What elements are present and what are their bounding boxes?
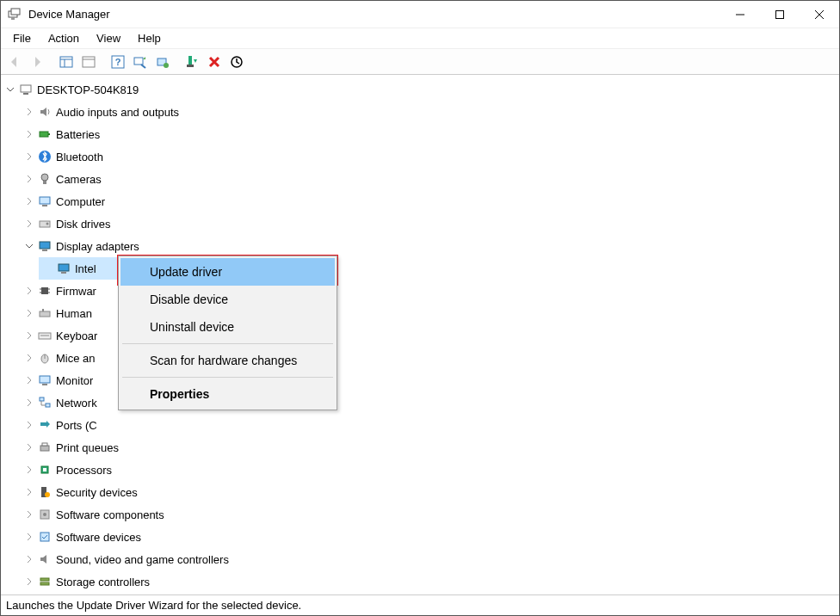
chevron-down-icon[interactable]	[4, 85, 16, 94]
chevron-right-icon[interactable]	[23, 130, 35, 139]
tree-item-security[interactable]: Security devices	[20, 481, 839, 503]
tree-item-cameras[interactable]: Cameras	[20, 168, 839, 190]
show-hide-console-tree-button[interactable]	[56, 52, 77, 72]
tree-label: Monitor	[56, 374, 93, 387]
svg-rect-21	[23, 93, 28, 95]
svg-rect-47	[42, 384, 47, 385]
chevron-right-icon[interactable]	[23, 331, 35, 340]
svg-rect-59	[40, 578, 49, 581]
chevron-right-icon[interactable]	[23, 197, 35, 206]
ctx-label: Update driver	[150, 265, 222, 279]
svg-rect-10	[83, 57, 95, 67]
svg-rect-35	[41, 287, 48, 294]
chevron-right-icon[interactable]	[23, 533, 35, 541]
ctx-update-driver[interactable]: Update driver	[120, 258, 335, 286]
tree-label: Security devices	[56, 486, 138, 499]
display-adapter-icon	[37, 238, 52, 254]
chevron-right-icon[interactable]	[23, 398, 35, 407]
tree-item-bluetooth[interactable]: Bluetooth	[20, 145, 839, 168]
uninstall-device-button[interactable]	[204, 52, 225, 72]
chevron-right-icon[interactable]	[23, 354, 35, 362]
tree-item-sound[interactable]: Sound, video and game controllers	[20, 548, 839, 570]
svg-rect-40	[40, 311, 50, 317]
hid-icon	[37, 305, 52, 321]
ctx-properties[interactable]: Properties	[120, 380, 335, 408]
chevron-right-icon[interactable]	[23, 421, 35, 429]
ctx-label: Disable device	[150, 293, 228, 306]
ctx-uninstall-device[interactable]: Uninstall device	[120, 313, 335, 341]
tree-item-display[interactable]: Display adapters	[20, 235, 839, 257]
tree-label: Keyboar	[56, 330, 97, 342]
svg-point-25	[41, 174, 48, 181]
ctx-label: Scan for hardware changes	[150, 354, 297, 367]
tree-item-disk[interactable]: Disk drives	[20, 213, 839, 235]
tree-label: Display adapters	[56, 240, 139, 253]
chevron-right-icon[interactable]	[23, 152, 35, 161]
chevron-right-icon[interactable]	[23, 309, 35, 317]
tree-item-print[interactable]: Print queues	[20, 436, 839, 459]
speaker-icon	[37, 104, 52, 120]
chevron-right-icon[interactable]	[23, 443, 35, 452]
forward-button[interactable]	[27, 52, 47, 72]
tree-item-system[interactable]: System devices	[20, 593, 839, 594]
close-button[interactable]	[800, 1, 839, 28]
disable-device-button[interactable]	[226, 52, 247, 72]
update-driver-button[interactable]	[152, 52, 173, 72]
svg-rect-41	[42, 309, 44, 311]
enable-device-button[interactable]	[182, 52, 202, 72]
menu-file[interactable]: File	[4, 30, 40, 46]
battery-icon	[37, 126, 52, 142]
chevron-right-icon[interactable]	[23, 108, 35, 116]
tree-label: Audio inputs and outputs	[56, 106, 179, 119]
chevron-right-icon[interactable]	[23, 488, 35, 496]
chevron-right-icon[interactable]	[23, 175, 35, 183]
svg-rect-18	[187, 65, 194, 67]
maximize-button[interactable]	[760, 1, 800, 28]
tree-root[interactable]: DESKTOP-504K819	[1, 78, 839, 101]
menu-help[interactable]: Help	[129, 30, 170, 46]
chevron-right-icon[interactable]	[23, 465, 35, 474]
chevron-right-icon[interactable]	[23, 286, 35, 295]
ctx-scan-hardware[interactable]: Scan for hardware changes	[120, 347, 335, 374]
tree-item-audio[interactable]: Audio inputs and outputs	[20, 101, 839, 123]
svg-rect-23	[48, 133, 50, 135]
ctx-separator	[122, 377, 333, 378]
window-title: Device Manager	[28, 8, 110, 21]
tree-item-computer[interactable]: Computer	[20, 190, 839, 213]
scan-hardware-button[interactable]	[130, 52, 151, 72]
svg-rect-53	[43, 468, 46, 471]
status-text: Launches the Update Driver Wizard for th…	[6, 599, 301, 612]
menubar: File Action View Help	[1, 28, 839, 49]
tree-item-swdev[interactable]: Software devices	[20, 526, 839, 548]
svg-rect-1	[11, 9, 20, 15]
action-pane-button[interactable]	[78, 52, 99, 72]
tree-item-storage[interactable]: Storage controllers	[20, 570, 839, 593]
help-button[interactable]: ?	[108, 52, 128, 72]
ctx-disable-device[interactable]: Disable device	[120, 286, 335, 313]
chevron-down-icon[interactable]	[23, 242, 35, 250]
tree-label: Storage controllers	[56, 576, 150, 588]
context-menu: Update driver Disable device Uninstall d…	[118, 256, 337, 410]
tree-item-ports[interactable]: Ports (C	[20, 414, 839, 436]
svg-rect-49	[46, 403, 50, 407]
svg-point-30	[46, 223, 49, 225]
svg-rect-32	[42, 249, 47, 251]
minimize-button[interactable]	[720, 1, 760, 28]
port-icon	[37, 417, 52, 433]
chevron-right-icon[interactable]	[23, 510, 35, 519]
svg-rect-22	[40, 132, 48, 137]
chevron-right-icon[interactable]	[23, 577, 35, 586]
menu-view[interactable]: View	[88, 30, 129, 46]
chevron-right-icon[interactable]	[23, 376, 35, 385]
statusbar: Launches the Update Driver Wizard for th…	[1, 594, 839, 615]
chevron-right-icon[interactable]	[23, 555, 35, 564]
tree-label: Computer	[56, 195, 105, 208]
chevron-right-icon[interactable]	[23, 219, 35, 228]
svg-text:?: ?	[115, 57, 121, 67]
menu-action[interactable]: Action	[40, 30, 88, 46]
tree-item-processors[interactable]: Processors	[20, 459, 839, 481]
back-button[interactable]	[4, 52, 25, 72]
tree-item-swcomp[interactable]: Software components	[20, 503, 839, 526]
network-icon	[37, 395, 52, 410]
tree-item-batteries[interactable]: Batteries	[20, 123, 839, 145]
